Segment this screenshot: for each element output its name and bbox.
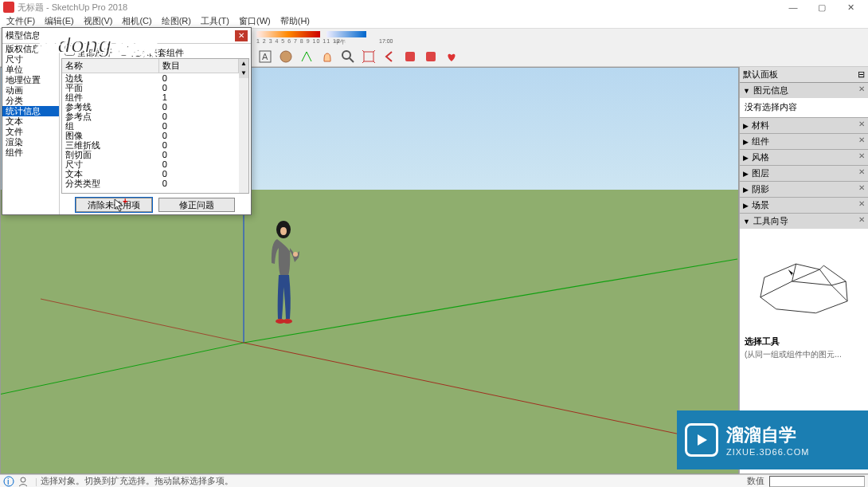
category-item[interactable]: 组件 — [2, 147, 59, 158]
category-item[interactable]: 地理位置 — [2, 75, 59, 85]
table-row[interactable]: 尺寸0 — [62, 159, 239, 169]
table-row[interactable]: 平面0 — [62, 83, 239, 92]
scroll-up-icon[interactable]: ▲ — [239, 59, 248, 69]
table-row[interactable]: 分类类型0 — [62, 179, 239, 188]
close-icon[interactable]: ✕ — [858, 199, 865, 208]
table-row[interactable]: 剖切面0 — [62, 150, 239, 159]
svg-rect-5 — [364, 52, 373, 61]
dialog-close-button[interactable]: ✕ — [235, 30, 248, 41]
instructor-illustration — [745, 234, 863, 329]
table-row[interactable]: 参考线0 — [62, 102, 239, 112]
svg-point-15 — [283, 319, 292, 324]
minimize-button[interactable]: — — [779, 0, 807, 14]
dialog-title-text: 模型信息 — [6, 29, 235, 41]
tool-icon-a[interactable]: A — [256, 48, 274, 65]
tool-icon-red1[interactable] — [401, 48, 419, 65]
status-bar: i | 选择对象。切换到扩充选择。拖动鼠标选择多项。 数值 — [0, 474, 868, 487]
collapse-icon: ▶ — [743, 138, 749, 146]
panel-风格[interactable]: ▶风格✕ — [740, 150, 868, 165]
svg-point-16 — [293, 252, 298, 257]
category-item[interactable]: 单位 — [2, 65, 59, 75]
close-icon[interactable]: ✕ — [858, 84, 865, 93]
table-row[interactable]: 组0 — [62, 121, 239, 131]
svg-line-4 — [350, 58, 354, 62]
table-row[interactable]: 三维折线0 — [62, 140, 239, 150]
tool-icon-heart[interactable] — [443, 48, 460, 65]
table-row[interactable]: 图像0 — [62, 131, 239, 140]
fix-problems-button[interactable]: 修正问题 — [158, 198, 235, 212]
close-icon[interactable]: ✕ — [858, 167, 865, 176]
tool-icon-extents[interactable] — [360, 48, 377, 65]
close-icon[interactable]: ✕ — [858, 151, 865, 160]
tray-pin-icon[interactable]: ⊟ — [858, 69, 865, 80]
check-show-nested[interactable]: 显示嵌套组件 — [119, 45, 184, 59]
panel-图层[interactable]: ▶图层✕ — [740, 166, 868, 181]
status-user-icon[interactable] — [18, 476, 29, 487]
table-row[interactable]: 参考点0 — [62, 112, 239, 121]
category-item[interactable]: 文件 — [2, 127, 59, 137]
svg-line-12 — [41, 299, 244, 343]
dialog-category-list[interactable]: 版权信息尺寸单位地理位置动画分类统计信息文本文件渲染组件 — [2, 44, 60, 214]
svg-line-11 — [244, 343, 737, 446]
dialog-titlebar[interactable]: 模型信息 ✕ — [2, 28, 251, 43]
table-row[interactable]: 文本0 — [62, 169, 239, 179]
svg-point-3 — [342, 51, 350, 59]
window-close-button[interactable]: ✕ — [836, 0, 865, 14]
collapse-icon: ▶ — [743, 170, 749, 178]
category-item[interactable]: 分类 — [2, 96, 59, 106]
close-icon[interactable]: ✕ — [858, 120, 865, 128]
col-name[interactable]: 名称 — [62, 59, 159, 73]
close-icon[interactable]: ✕ — [858, 135, 865, 144]
tool-icon-prev[interactable] — [381, 48, 398, 65]
purge-unused-button[interactable]: 清除未使用项 — [76, 198, 152, 212]
table-row[interactable]: 组件1 — [62, 92, 239, 102]
category-item[interactable]: 渲染 — [2, 137, 59, 147]
measure-input[interactable] — [769, 476, 865, 487]
tool-icon-axis[interactable] — [298, 48, 315, 65]
table-row[interactable]: 边线0 — [62, 73, 239, 84]
category-item[interactable]: 动画 — [2, 85, 59, 96]
scrollbar[interactable]: ▲ ▼ — [239, 59, 248, 193]
shadow-date-slider[interactable] — [256, 31, 320, 37]
panel-阴影[interactable]: ▶阴影✕ — [740, 182, 868, 197]
measure-label: 数值 — [747, 475, 764, 487]
default-person-component[interactable] — [264, 219, 303, 347]
maximize-button[interactable]: ▢ — [807, 0, 836, 14]
scroll-down-icon[interactable]: ▼ — [239, 69, 248, 78]
panel-材料[interactable]: ▶材料✕ — [740, 118, 868, 133]
panel-entity-info-label: 图元信息 — [753, 84, 788, 96]
svg-point-20 — [21, 477, 25, 482]
category-item[interactable]: 文本 — [2, 116, 59, 127]
play-icon — [685, 423, 718, 457]
category-item[interactable]: 版权信息 — [2, 44, 59, 54]
tool-icon-palette[interactable] — [277, 48, 295, 65]
panel-组件[interactable]: ▶组件✕ — [740, 134, 868, 149]
window-titlebar: 无标题 - SketchUp Pro 2018 — ▢ ✕ — [0, 0, 868, 14]
shadow-time-slider[interactable] — [326, 31, 366, 37]
collapse-icon: ▶ — [743, 186, 749, 194]
check-expand-all[interactable]: 全部展开 — [65, 45, 112, 59]
tray-header[interactable]: 默认面板 ⊟ — [740, 67, 868, 83]
status-info-icon[interactable]: i — [3, 476, 14, 487]
close-icon[interactable]: ✕ — [858, 215, 865, 224]
close-icon[interactable]: ✕ — [858, 183, 865, 192]
collapse-icon: ▶ — [743, 154, 749, 162]
menu-help[interactable]: 帮助(H) — [276, 14, 315, 29]
svg-line-10 — [1, 343, 244, 403]
window-title: 无标题 - SketchUp Pro 2018 — [18, 2, 779, 14]
category-item[interactable]: 尺寸 — [2, 54, 59, 65]
instructor-title: 选择工具 — [745, 336, 863, 348]
brand-name: 溜溜自学 — [726, 423, 809, 447]
svg-rect-7 — [426, 52, 436, 61]
tool-icon-hand[interactable] — [319, 48, 336, 65]
brand-overlay: 溜溜自学 ZIXUE.3D66.COM — [677, 410, 868, 469]
panel-entity-info[interactable]: ▼ 图元信息 ✕ — [740, 83, 868, 98]
expand-icon: ▼ — [743, 87, 750, 95]
panel-instructor[interactable]: ▼ 工具向导 ✕ — [740, 214, 868, 229]
time-label: 17:00 — [379, 38, 393, 44]
tool-icon-zoom[interactable] — [339, 48, 357, 65]
tool-icon-red2[interactable] — [422, 48, 440, 65]
category-item[interactable]: 统计信息 — [2, 106, 59, 116]
col-count[interactable]: 数目 — [159, 59, 239, 73]
panel-场景[interactable]: ▶场景✕ — [740, 198, 868, 213]
